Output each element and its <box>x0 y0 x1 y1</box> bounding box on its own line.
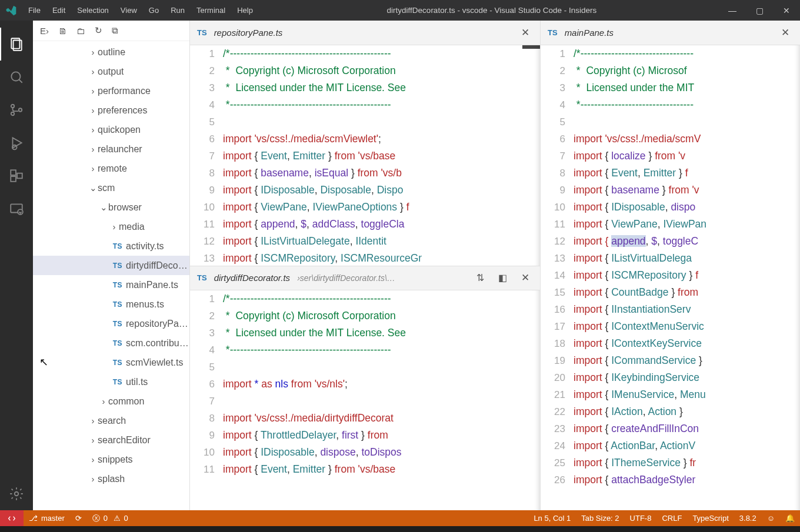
problems-status[interactable]: ⓧ 0 ⚠ 0 <box>87 510 134 526</box>
run-debug-icon[interactable] <box>0 126 33 159</box>
svg-rect-11 <box>17 173 22 179</box>
editor-dirtydiff-decorator[interactable]: 1234567891011 /*------------------------… <box>190 290 540 511</box>
tree-item[interactable]: ›relauncher <box>33 139 189 159</box>
menu-go[interactable]: Go <box>143 6 165 15</box>
menu-selection[interactable]: Selection <box>71 6 114 15</box>
tab-size-status[interactable]: Tab Size: 2 <box>576 510 624 526</box>
editor-repository-pane[interactable]: 12345678910111213 /*--------------------… <box>190 45 540 266</box>
svg-point-14 <box>15 492 19 496</box>
tree-item[interactable]: TSrepositoryPa… <box>33 314 189 333</box>
tree-item[interactable]: ›splash <box>33 469 189 488</box>
svg-rect-10 <box>11 176 16 182</box>
feedback-icon[interactable]: ☺ <box>762 510 780 526</box>
tree-item[interactable]: TSdirtydiffDeco… <box>33 256 189 275</box>
menu-edit[interactable]: Edit <box>46 6 71 15</box>
tree-item[interactable]: ⌄scm <box>33 178 189 198</box>
tree-item[interactable]: ›preferences <box>33 101 189 120</box>
explorer-icon[interactable] <box>0 28 33 61</box>
remote-status-icon[interactable] <box>0 510 24 526</box>
tree-item[interactable]: TSmainPane.ts <box>33 275 189 295</box>
tab-bar-3: TS mainPane.ts ✕ <box>541 21 800 45</box>
tree-item[interactable]: TSscm.contribu… <box>33 333 189 353</box>
new-folder-icon[interactable]: 🗀 <box>76 26 85 36</box>
explorer-toolbar: E› 🗎 🗀 ↻ ⧉ <box>33 21 189 41</box>
close-tab-icon[interactable]: ✕ <box>518 26 540 39</box>
tree-item[interactable]: ⌄browser <box>33 198 189 217</box>
close-tab-icon[interactable]: ✕ <box>778 26 800 39</box>
typescript-icon: TS <box>197 273 207 282</box>
extensions-icon[interactable] <box>0 159 33 192</box>
tab-bar-1: TS repositoryPane.ts ✕ <box>190 21 540 45</box>
source-control-icon[interactable] <box>0 93 33 126</box>
svg-rect-9 <box>11 170 16 175</box>
sync-status-icon[interactable]: ⟳ <box>70 510 87 526</box>
svg-point-2 <box>11 72 20 81</box>
tree-item[interactable]: TSmenus.ts <box>33 295 189 314</box>
window-title: dirtydiffDecorator.ts - vscode - Visual … <box>259 6 719 15</box>
typescript-icon: TS <box>548 28 558 37</box>
activity-bar <box>0 21 33 510</box>
explorer-section-label[interactable]: E› <box>40 26 49 36</box>
menu-file[interactable]: File <box>22 6 46 15</box>
tree-item[interactable]: ›snippets <box>33 450 189 469</box>
file-tree[interactable]: ›outline›output›performance›preferences›… <box>33 41 189 510</box>
menu-run[interactable]: Run <box>165 6 191 15</box>
tree-item[interactable]: ›common <box>33 392 189 411</box>
tree-item[interactable]: TSutil.ts <box>33 372 189 392</box>
maximize-icon[interactable]: ▢ <box>746 6 773 15</box>
tab-repository-pane[interactable]: repositoryPane.ts <box>214 28 283 38</box>
svg-line-3 <box>19 79 22 82</box>
compare-icon[interactable]: ⇅ <box>473 272 488 283</box>
vscode-logo-icon <box>0 5 22 16</box>
tree-item[interactable]: ›performance <box>33 81 189 101</box>
tree-item[interactable]: ›media <box>33 217 189 236</box>
svg-point-5 <box>11 112 14 115</box>
settings-gear-icon[interactable] <box>0 477 33 510</box>
git-branch-status[interactable]: ⎇ master <box>24 510 70 526</box>
tree-item[interactable]: ›search <box>33 411 189 430</box>
encoding-status[interactable]: UTF-8 <box>625 510 657 526</box>
explorer-sidebar: E› 🗎 🗀 ↻ ⧉ ›outline›output›performance›p… <box>33 21 190 510</box>
eol-status[interactable]: CRLF <box>656 510 687 526</box>
menu-terminal[interactable]: Terminal <box>191 6 231 15</box>
search-icon[interactable] <box>0 61 33 93</box>
tree-item[interactable]: ›searchEditor <box>33 430 189 450</box>
editor-area: TS repositoryPane.ts ✕ 12345678910111213… <box>190 21 800 510</box>
tab-dirtydiff-decorator[interactable]: dirtydiffDecorator.ts <box>214 273 291 283</box>
notifications-bell-icon[interactable]: 🔔 <box>780 510 800 526</box>
minimize-icon[interactable]: — <box>719 6 746 15</box>
close-icon[interactable]: ✕ <box>773 6 800 15</box>
remote-explorer-icon[interactable] <box>0 192 33 225</box>
titlebar: FileEditSelectionViewGoRunTerminalHelp d… <box>0 0 800 21</box>
collapse-all-icon[interactable]: ⧉ <box>112 25 118 36</box>
tab-bar-2: TS dirtydiffDecorator.ts ›ser\dirtydiffD… <box>190 266 540 290</box>
status-bar: ⎇ master ⟳ ⓧ 0 ⚠ 0 Ln 5, Col 1 Tab Size:… <box>0 510 800 526</box>
main-menu: FileEditSelectionViewGoRunTerminalHelp <box>22 6 259 15</box>
split-editor-icon[interactable]: ◧ <box>495 272 511 283</box>
cursor-position-status[interactable]: Ln 5, Col 1 <box>528 510 576 526</box>
window-controls: — ▢ ✕ <box>719 6 800 15</box>
typescript-version-status[interactable]: 3.8.2 <box>734 510 762 526</box>
new-file-icon[interactable]: 🗎 <box>58 26 67 36</box>
svg-point-6 <box>19 108 22 111</box>
refresh-icon[interactable]: ↻ <box>95 25 102 36</box>
close-tab-icon[interactable]: ✕ <box>518 272 540 284</box>
tree-item[interactable]: TSactivity.ts <box>33 236 189 256</box>
svg-point-4 <box>11 105 14 108</box>
tree-item[interactable]: TSscmViewlet.ts <box>33 353 189 372</box>
tree-item[interactable]: ›output <box>33 62 189 81</box>
menu-view[interactable]: View <box>115 6 143 15</box>
tree-item[interactable]: ›remote <box>33 159 189 178</box>
typescript-icon: TS <box>197 28 207 37</box>
tree-item[interactable]: ›quickopen <box>33 120 189 139</box>
tree-item[interactable]: ›outline <box>33 42 189 62</box>
language-status[interactable]: TypeScript <box>687 510 734 526</box>
tab-main-pane[interactable]: mainPane.ts <box>565 28 614 38</box>
tab-path: ›ser\dirtydiffDecorator.ts\… <box>297 273 395 283</box>
menu-help[interactable]: Help <box>231 6 259 15</box>
editor-main-pane[interactable]: 1234567891011121314151617181920212223242… <box>541 45 800 510</box>
